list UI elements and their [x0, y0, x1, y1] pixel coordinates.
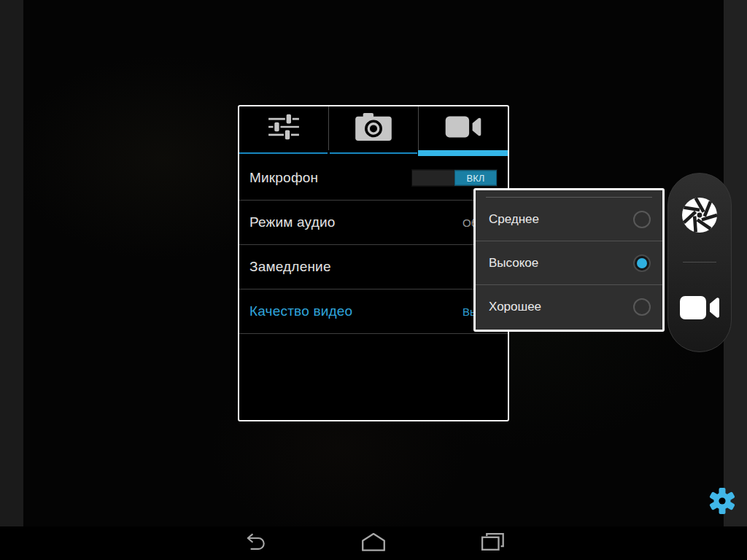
home-icon: [360, 532, 387, 555]
setting-label: Микрофон: [249, 170, 318, 186]
quality-option-high[interactable]: Высокое: [476, 241, 662, 285]
gear-icon: [708, 505, 736, 517]
setting-row-audio-mode[interactable]: Режим аудио Об: [239, 201, 508, 245]
tab-underline: [239, 150, 508, 156]
shutter-button[interactable]: [679, 195, 720, 238]
setting-row-slow-motion[interactable]: Замедление: [239, 245, 508, 289]
switch-thumb: ВКЛ: [454, 171, 497, 186]
video-camera-icon: [444, 114, 483, 143]
sliders-icon: [265, 112, 303, 144]
setting-label: Качество видео: [249, 303, 352, 319]
video-quality-popup: Среднее Высокое Хорошее: [473, 188, 665, 332]
option-label: Высокое: [489, 256, 538, 271]
pill-divider: [683, 262, 716, 262]
camera-app-screen: Микрофон ВКЛ Режим аудио Об Замедление К…: [0, 0, 747, 560]
radio-button[interactable]: [633, 298, 651, 316]
active-tab-indicator: [418, 150, 508, 156]
quality-option-good[interactable]: Хорошее: [476, 285, 662, 329]
camera-settings-panel: Микрофон ВКЛ Режим аудио Об Замедление К…: [238, 105, 509, 421]
setting-row-video-quality[interactable]: Качество видео Вы: [239, 289, 508, 334]
tab-photo-settings[interactable]: [328, 106, 418, 150]
video-record-icon: [678, 312, 721, 324]
tab-video-settings[interactable]: [418, 106, 508, 150]
shutter-aperture-icon: [679, 225, 720, 238]
camera-control-pill: [667, 173, 732, 352]
back-icon: [243, 532, 268, 554]
recents-icon: [480, 532, 505, 555]
recents-button[interactable]: [449, 526, 536, 560]
setting-label: Замедление: [249, 259, 331, 275]
camera-icon: [354, 112, 393, 145]
radio-button[interactable]: [633, 211, 651, 228]
video-record-button[interactable]: [678, 293, 721, 325]
settings-tabs: [239, 106, 508, 150]
home-button[interactable]: [330, 526, 417, 560]
settings-gear-button[interactable]: [708, 487, 736, 515]
microphone-switch[interactable]: ВКЛ: [411, 170, 498, 187]
setting-label: Режим аудио: [249, 214, 336, 230]
left-letterbox-strip: [0, 0, 23, 526]
system-navigation-bar: [0, 526, 747, 560]
radio-button[interactable]: [633, 254, 651, 272]
tab-general-settings[interactable]: [239, 106, 328, 150]
option-label: Хорошее: [489, 300, 541, 314]
back-button[interactable]: [212, 526, 299, 560]
quality-option-medium[interactable]: Среднее: [476, 198, 662, 241]
setting-row-microphone[interactable]: Микрофон ВКЛ: [239, 156, 508, 201]
option-label: Среднее: [489, 212, 539, 227]
